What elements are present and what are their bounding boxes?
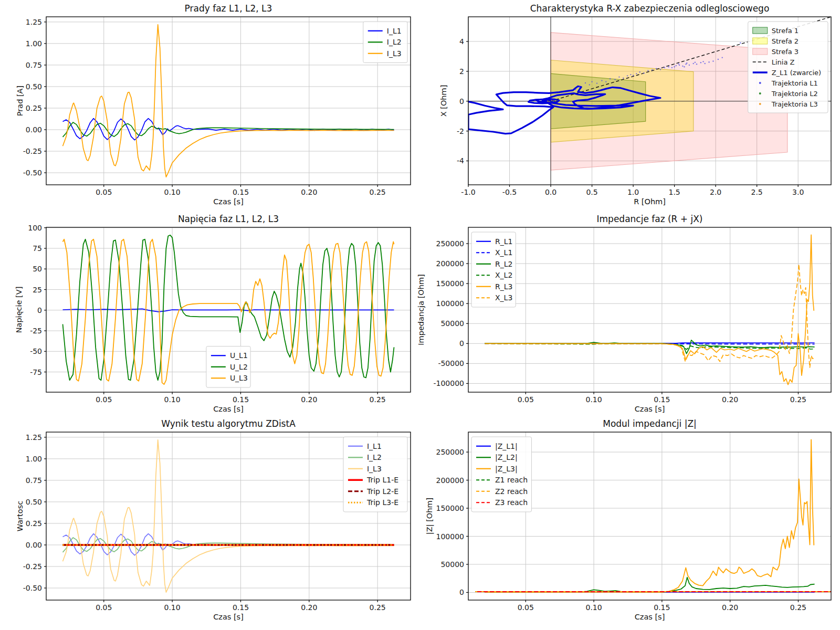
svg-text:1.00: 1.00 bbox=[26, 455, 42, 463]
svg-text:U_L1: U_L1 bbox=[230, 351, 248, 360]
svg-text:0.25: 0.25 bbox=[370, 395, 386, 404]
svg-text:3.0: 3.0 bbox=[792, 188, 804, 196]
svg-text:U_L2: U_L2 bbox=[230, 363, 248, 371]
svg-text:0.0: 0.0 bbox=[545, 188, 556, 196]
svg-text:I_L3: I_L3 bbox=[367, 465, 382, 473]
svg-text:0: 0 bbox=[459, 97, 464, 106]
svg-text:Z_L1 (zwarcie): Z_L1 (zwarcie) bbox=[772, 69, 821, 77]
svg-text:200000: 200000 bbox=[436, 476, 464, 485]
svg-text:0.25: 0.25 bbox=[26, 519, 42, 528]
svg-text:-50000: -50000 bbox=[438, 359, 464, 368]
chart-svg: 0.050.100.150.200.25-0.50-0.250.000.250.… bbox=[0, 0, 840, 630]
svg-text:|Z_L2|: |Z_L2| bbox=[495, 453, 518, 462]
svg-text:0.50: 0.50 bbox=[26, 498, 42, 506]
svg-text:0.25: 0.25 bbox=[790, 395, 806, 404]
svg-text:0.15: 0.15 bbox=[654, 395, 670, 404]
legend-currents: I_L1I_L2I_L3 bbox=[363, 22, 407, 63]
svg-text:|Z_L3|: |Z_L3| bbox=[495, 465, 518, 474]
svg-text:R_L2: R_L2 bbox=[495, 260, 512, 268]
svg-text:X_L3: X_L3 bbox=[495, 293, 512, 302]
svg-text:2.0: 2.0 bbox=[710, 188, 721, 196]
svg-text:X_L1: X_L1 bbox=[495, 248, 512, 257]
figure: 0.050.100.150.200.25-0.50-0.250.000.250.… bbox=[0, 0, 840, 630]
series-i-l3 bbox=[63, 25, 394, 177]
svg-text:0.15: 0.15 bbox=[233, 603, 249, 612]
svg-text:Trajektoria L2: Trajektoria L2 bbox=[771, 90, 818, 98]
legend-zmod: |Z_L1||Z_L2||Z_L3|Z1 reachZ2 reachZ3 rea… bbox=[471, 437, 531, 512]
svg-text:0.75: 0.75 bbox=[26, 476, 42, 485]
svg-text:0.25: 0.25 bbox=[370, 603, 386, 612]
svg-text:I_L2: I_L2 bbox=[387, 38, 402, 46]
svg-text:0.00: 0.00 bbox=[26, 541, 42, 549]
legend-voltages: U_L1U_L2U_L3 bbox=[206, 346, 250, 388]
svg-text:0.15: 0.15 bbox=[233, 188, 249, 196]
svg-text:R_L3: R_L3 bbox=[495, 282, 512, 291]
svg-text:0.05: 0.05 bbox=[96, 188, 112, 196]
panel-zdista: 0.050.100.150.200.25-0.50-0.250.000.250.… bbox=[23, 432, 411, 612]
svg-text:X_L2: X_L2 bbox=[495, 271, 512, 279]
svg-text:1.0: 1.0 bbox=[627, 188, 639, 196]
svg-text:0.15: 0.15 bbox=[654, 603, 670, 612]
svg-text:Z2 reach: Z2 reach bbox=[495, 487, 528, 496]
svg-text:Trip L1-E: Trip L1-E bbox=[366, 476, 398, 484]
series-x-l3 bbox=[485, 265, 814, 368]
svg-text:0.20: 0.20 bbox=[722, 603, 738, 612]
svg-text:U_L3: U_L3 bbox=[230, 374, 248, 382]
svg-text:Strefa 1: Strefa 1 bbox=[772, 27, 799, 35]
svg-text:-4: -4 bbox=[457, 156, 464, 165]
legend-impedances: R_L1X_L1R_L2X_L2R_L3X_L3 bbox=[471, 232, 516, 307]
svg-text:I_L1: I_L1 bbox=[367, 442, 382, 450]
svg-text:0.50: 0.50 bbox=[26, 82, 42, 91]
svg-text:75: 75 bbox=[33, 244, 42, 253]
svg-text:2.5: 2.5 bbox=[751, 188, 763, 196]
svg-text:1.25: 1.25 bbox=[26, 433, 42, 442]
svg-text:200000: 200000 bbox=[436, 259, 464, 268]
svg-text:-100000: -100000 bbox=[434, 379, 465, 387]
svg-text:Linia Z: Linia Z bbox=[772, 58, 795, 66]
panel-voltages: 0.050.100.150.200.25-75-50-250255075100U… bbox=[28, 224, 411, 404]
svg-text:100000: 100000 bbox=[436, 299, 464, 308]
svg-text:0.05: 0.05 bbox=[96, 603, 112, 612]
svg-text:150000: 150000 bbox=[436, 504, 464, 512]
svg-text:-0.5: -0.5 bbox=[502, 188, 517, 196]
svg-text:0.10: 0.10 bbox=[164, 603, 181, 612]
svg-text:0.25: 0.25 bbox=[370, 188, 386, 196]
svg-text:0.20: 0.20 bbox=[301, 395, 317, 404]
svg-text:0.75: 0.75 bbox=[26, 61, 42, 69]
svg-text:0.25: 0.25 bbox=[26, 104, 42, 112]
legend-rx: Strefa 1Strefa 2Strefa 3Linia ZZ_L1 (zwa… bbox=[748, 22, 828, 113]
svg-text:4: 4 bbox=[459, 37, 464, 46]
svg-text:0.15: 0.15 bbox=[233, 395, 249, 404]
svg-text:-2: -2 bbox=[457, 127, 464, 135]
panel-impedances: 0.050.100.150.200.25-100000-500000500001… bbox=[434, 227, 832, 404]
svg-text:250000: 250000 bbox=[436, 239, 464, 248]
svg-text:I_L3: I_L3 bbox=[387, 49, 402, 58]
panel-currents: 0.050.100.150.200.25-0.50-0.250.000.250.… bbox=[23, 17, 411, 196]
svg-text:Trajektoria L3: Trajektoria L3 bbox=[771, 100, 818, 108]
series-r-l2 bbox=[485, 340, 814, 354]
svg-text:-0.50: -0.50 bbox=[23, 169, 42, 177]
svg-text:1.00: 1.00 bbox=[26, 39, 42, 48]
svg-text:150000: 150000 bbox=[436, 279, 464, 288]
svg-text:0.5: 0.5 bbox=[586, 188, 597, 196]
svg-text:Trip L2-E: Trip L2-E bbox=[366, 487, 398, 496]
legend-zdista: I_L1I_L2I_L3Trip L1-ETrip L2-ETrip L3-E bbox=[343, 437, 407, 512]
svg-text:0.20: 0.20 bbox=[722, 395, 738, 404]
svg-text:0.10: 0.10 bbox=[164, 188, 181, 196]
svg-text:0.25: 0.25 bbox=[790, 603, 806, 612]
svg-text:Z1 reach: Z1 reach bbox=[495, 476, 528, 484]
series--z-l3- bbox=[485, 440, 814, 592]
panel-rx: -1.0-0.50.00.51.01.52.02.53.0-4-2024Stre… bbox=[457, 17, 831, 196]
svg-text:-1.0: -1.0 bbox=[461, 188, 475, 196]
svg-text:-25: -25 bbox=[30, 327, 42, 335]
svg-text:-0.25: -0.25 bbox=[23, 147, 42, 155]
svg-text:-0.50: -0.50 bbox=[23, 584, 42, 592]
svg-text:R_L1: R_L1 bbox=[495, 237, 512, 246]
panel-zmod: 0.050.100.150.200.2505000010000015000020… bbox=[436, 432, 831, 612]
svg-text:100: 100 bbox=[28, 224, 42, 232]
svg-text:0.05: 0.05 bbox=[518, 395, 534, 404]
svg-text:Trip L3-E: Trip L3-E bbox=[366, 498, 398, 507]
svg-text:0: 0 bbox=[37, 306, 42, 314]
svg-text:1.5: 1.5 bbox=[668, 188, 680, 196]
svg-text:0: 0 bbox=[459, 588, 464, 596]
